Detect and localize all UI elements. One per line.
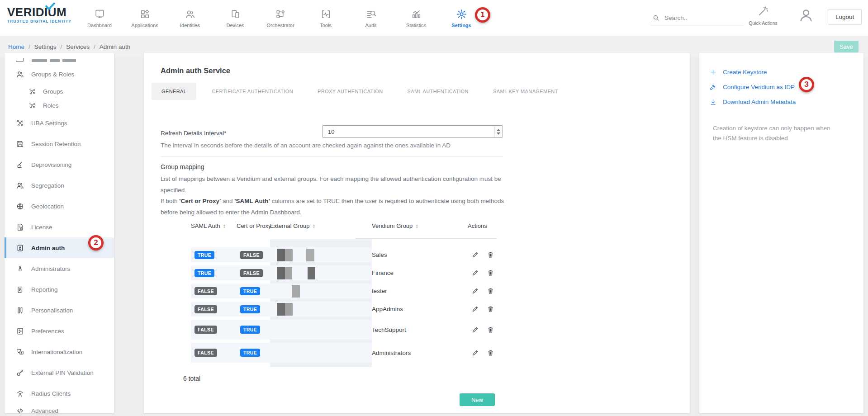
table-row: FALSE TRUE tester bbox=[191, 284, 536, 298]
search-input[interactable] bbox=[664, 14, 737, 21]
column-header-veridium-group[interactable]: Veridium Group ▲▼ bbox=[372, 222, 468, 229]
veridium-group-cell: tester bbox=[372, 284, 468, 298]
user-avatar-button[interactable] bbox=[798, 7, 814, 24]
sidebar-item-groups-roles[interactable]: Groups & Roles bbox=[5, 64, 114, 85]
nav-item-identities[interactable]: Identities bbox=[167, 0, 213, 36]
refresh-interval-input[interactable] bbox=[323, 126, 493, 137]
tab-saml-key-management[interactable]: SAML KEY MANAGEMENT bbox=[484, 83, 567, 100]
breadcrumb-separator: / bbox=[94, 43, 95, 50]
delete-icon[interactable] bbox=[487, 326, 494, 334]
cert-or-proxy-cell: FALSE bbox=[237, 265, 270, 280]
group-mapping-table-body: TRUE FALSE Sales TRUE FALSE Finance FALS… bbox=[191, 247, 536, 366]
sidebar-item-roles[interactable]: Roles bbox=[5, 99, 114, 113]
tab-saml-authentication[interactable]: SAML AUTHENTICATION bbox=[398, 83, 478, 100]
breadcrumb-home[interactable]: Home bbox=[8, 43, 24, 50]
tab-certificate-authentication[interactable]: CERTIFICATE AUTHENTICATION bbox=[203, 83, 302, 100]
sidebar-item-internationalization[interactable]: Internationalization bbox=[5, 341, 114, 362]
audit-icon bbox=[365, 9, 377, 20]
spinner-up-icon[interactable] bbox=[497, 129, 500, 131]
redacted-block bbox=[277, 303, 285, 316]
sidebar-item-advanced[interactable]: Advanced bbox=[5, 404, 114, 413]
veridium-logo[interactable]: VERIDIUM TRUSTED DIGITAL IDENTITY bbox=[7, 6, 80, 24]
column-header-saml-auth[interactable]: SAML Auth ▲▼ bbox=[191, 222, 237, 229]
sidebar-item-groups[interactable]: Groups bbox=[5, 85, 114, 99]
nav-item-audit[interactable]: Audit bbox=[348, 0, 394, 36]
link-create-keystore[interactable]: Create Keystore bbox=[709, 65, 796, 80]
quick-actions-label: Quick Actions bbox=[749, 20, 778, 26]
sidebar-item-external-pin-validation[interactable]: External PIN Validation bbox=[5, 362, 114, 383]
actions-panel-links: Create Keystore Configure Veridium as ID… bbox=[709, 65, 796, 109]
nav-item-devices[interactable]: Devices bbox=[213, 0, 258, 36]
breadcrumb-services[interactable]: Services bbox=[66, 43, 90, 50]
page-title: Admin auth Service bbox=[161, 66, 230, 75]
number-spinner[interactable] bbox=[494, 126, 502, 137]
nav-item-applications[interactable]: Applications bbox=[122, 0, 167, 36]
edit-icon[interactable] bbox=[471, 349, 479, 357]
saml-auth-cell: TRUE bbox=[191, 247, 237, 262]
delete-icon[interactable] bbox=[487, 305, 494, 313]
settings-icon bbox=[456, 9, 467, 20]
dashboard-icon bbox=[94, 9, 105, 20]
sidebar-item-session-retention[interactable]: Session Retention bbox=[5, 133, 114, 154]
cert-or-proxy-cell: TRUE bbox=[237, 343, 270, 363]
nav-item-statistics[interactable]: Statistics bbox=[394, 0, 439, 36]
sort-icon: ▲▼ bbox=[223, 224, 226, 228]
cert-or-proxy-badge: TRUE bbox=[240, 326, 260, 334]
sidebar-item-geolocation[interactable]: Geolocation bbox=[5, 196, 114, 217]
column-header-external-group[interactable]: External Group ▲▼ bbox=[270, 222, 372, 229]
delete-icon[interactable] bbox=[487, 287, 494, 295]
saml-auth-cell: TRUE bbox=[191, 265, 237, 280]
sidebar-item-preferences[interactable]: Preferences bbox=[5, 321, 114, 341]
edit-icon[interactable] bbox=[471, 269, 479, 277]
delete-icon[interactable] bbox=[487, 269, 494, 277]
sidebar-item-uba-settings[interactable]: UBA Settings bbox=[5, 113, 114, 133]
sidebar-item-administrators[interactable]: Administrators bbox=[5, 258, 114, 279]
spinner-down-icon[interactable] bbox=[497, 132, 500, 135]
sidebar-item-radius-clients[interactable]: Radius Clients bbox=[5, 383, 114, 404]
save-button[interactable]: Save bbox=[834, 41, 859, 52]
external-group-cell bbox=[270, 265, 372, 280]
download-icon bbox=[709, 98, 717, 106]
sidebar-item-personalisation[interactable]: Personalisation bbox=[5, 300, 114, 321]
sidebar-item-segregation[interactable]: Segregation bbox=[5, 175, 114, 196]
people-icon bbox=[185, 9, 196, 20]
veridium-group-cell: Finance bbox=[372, 265, 468, 280]
delete-icon[interactable] bbox=[487, 251, 494, 259]
edit-icon[interactable] bbox=[471, 326, 479, 334]
tab-bar: GENERAL CERTIFICATE AUTHENTICATION PROXY… bbox=[152, 83, 567, 100]
orchestrator-icon bbox=[275, 9, 286, 20]
search-icon bbox=[652, 14, 660, 22]
saml-auth-cell: FALSE bbox=[191, 320, 237, 340]
nav-item-orchestrator[interactable]: Orchestrator bbox=[258, 0, 303, 36]
quick-actions-button[interactable]: Quick Actions bbox=[746, 5, 780, 26]
redacted-block bbox=[308, 267, 315, 279]
network-icon bbox=[16, 119, 24, 128]
logout-button[interactable]: Logout bbox=[828, 9, 862, 25]
group-mapping-description: List of mappings between a Veridium and … bbox=[161, 174, 518, 218]
breadcrumb-separator: / bbox=[28, 43, 30, 50]
new-mapping-button[interactable]: New bbox=[460, 393, 495, 406]
tab-proxy-authentication[interactable]: PROXY AUTHENTICATION bbox=[308, 83, 392, 100]
breadcrumb-settings[interactable]: Settings bbox=[34, 43, 57, 50]
link-configure-veridium-as-idp[interactable]: Configure Veridium as IDP bbox=[709, 80, 796, 95]
sidebar-item-license[interactable]: License bbox=[5, 217, 114, 237]
tab-general[interactable]: GENERAL bbox=[152, 83, 196, 100]
user-icon bbox=[798, 7, 814, 24]
edit-icon[interactable] bbox=[471, 251, 479, 259]
annotation-circle-1: 1 bbox=[475, 7, 490, 23]
external-group-cell bbox=[270, 284, 372, 298]
nav-item-dashboard[interactable]: Dashboard bbox=[77, 0, 122, 36]
column-header-cert-or-proxy[interactable]: Cert or Proxy ▲▼ bbox=[237, 222, 270, 229]
edit-icon[interactable] bbox=[471, 305, 479, 313]
link-download-admin-metadata[interactable]: Download Admin Metadata bbox=[709, 95, 796, 109]
code-icon bbox=[16, 407, 24, 414]
report-icon bbox=[16, 285, 24, 294]
edit-icon[interactable] bbox=[471, 287, 479, 295]
search-box bbox=[650, 11, 744, 25]
sidebar-item-reporting[interactable]: Reporting bbox=[5, 279, 114, 300]
group-mapping-heading: Group mapping bbox=[161, 163, 204, 170]
sidebar-item-deprovisioning[interactable]: Deprovisioning bbox=[5, 154, 114, 175]
delete-icon[interactable] bbox=[487, 349, 494, 357]
nav-item-tools[interactable]: Tools bbox=[303, 0, 348, 36]
cert-or-proxy-badge: TRUE bbox=[240, 349, 260, 357]
